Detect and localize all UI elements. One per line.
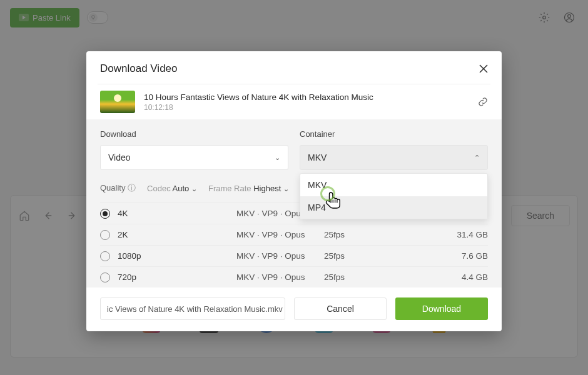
container-value: MKV — [308, 152, 327, 162]
quality-size: 7.6 GB — [462, 251, 488, 261]
close-icon — [479, 64, 488, 73]
video-duration: 10:12:18 — [144, 103, 373, 112]
open-link-button[interactable] — [478, 97, 488, 107]
quality-fps: 25fps — [324, 251, 462, 261]
download-video-dialog: Download Video 10 Hours Fantastic Views … — [86, 51, 502, 331]
dialog-title: Download Video — [100, 62, 178, 75]
video-thumbnail — [100, 91, 135, 113]
quality-size: 31.4 GB — [457, 230, 488, 239]
quality-fps: 25fps — [324, 272, 462, 282]
chevron-down-icon: ⌄ — [275, 154, 280, 162]
download-button[interactable]: Download — [395, 298, 488, 320]
chevron-down-icon: ⌄ — [283, 185, 289, 192]
radio-icon — [100, 272, 110, 282]
quality-codec: MKV · VP9 · Opus — [236, 272, 324, 282]
quality-name: 4K — [118, 209, 236, 218]
quality-codec: MKV · VP9 · Opus — [236, 251, 324, 261]
chevron-up-icon: ⌃ — [474, 154, 480, 162]
link-icon — [478, 97, 488, 107]
radio-icon — [100, 251, 110, 261]
container-option-mkv[interactable]: MKV — [300, 174, 487, 196]
quality-row[interactable]: 720pMKV · VP9 · Opus25fps4.4 GB — [100, 266, 488, 288]
container-label: Container — [300, 129, 488, 139]
quality-codec: MKV · VP9 · Opus — [236, 230, 324, 239]
info-icon: ⓘ — [128, 183, 136, 192]
container-select[interactable]: MKV ⌃ — [300, 145, 488, 170]
radio-icon — [100, 209, 110, 219]
radio-icon — [100, 230, 110, 240]
close-button[interactable] — [479, 64, 488, 73]
filename-text: ic Views of Nature 4K with Relaxation Mu… — [107, 304, 283, 314]
quality-name: 2K — [118, 230, 236, 239]
filename-field[interactable]: ic Views of Nature 4K with Relaxation Mu… — [100, 298, 285, 320]
chevron-down-icon: ⌄ — [191, 185, 197, 192]
codec-filter[interactable]: Codec Auto ⌄ — [147, 184, 197, 193]
quality-row[interactable]: 1080pMKV · VP9 · Opus25fps7.6 GB — [100, 245, 488, 266]
container-dropdown: MKV MP4 — [300, 173, 488, 219]
video-title: 10 Hours Fantastic Views of Nature 4K wi… — [144, 92, 373, 102]
container-option-mp4[interactable]: MP4 — [300, 196, 487, 219]
quality-name: 720p — [118, 272, 236, 282]
download-type-select[interactable]: Video ⌄ — [100, 145, 288, 170]
download-type-value: Video — [108, 152, 131, 162]
download-type-label: Download — [100, 129, 288, 139]
quality-fps: 25fps — [324, 230, 457, 239]
quality-row[interactable]: 2KMKV · VP9 · Opus25fps31.4 GB — [100, 224, 488, 245]
quality-size: 4.4 GB — [462, 272, 488, 282]
quality-name: 1080p — [118, 251, 236, 261]
cancel-button[interactable]: Cancel — [294, 298, 387, 320]
framerate-filter[interactable]: Frame Rate Highest ⌄ — [208, 184, 289, 193]
quality-filter-label: Quality ⓘ — [100, 182, 136, 194]
